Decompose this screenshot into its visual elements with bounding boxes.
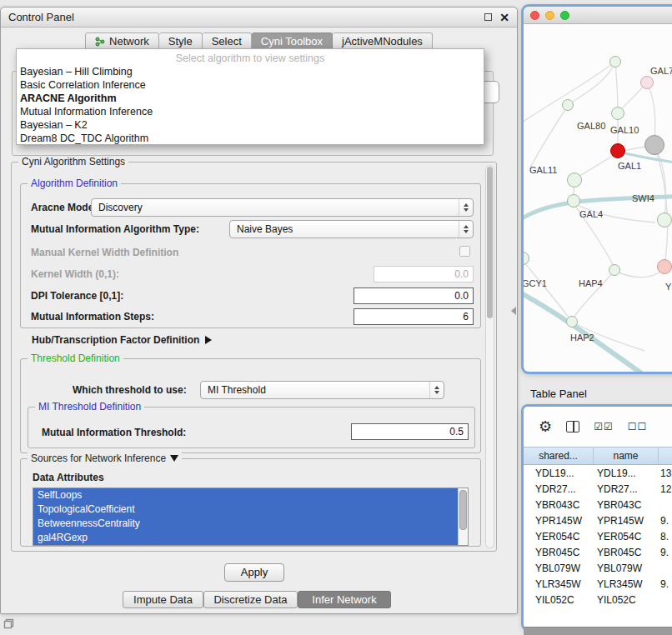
mi-steps-input[interactable] bbox=[354, 308, 474, 325]
control-panel-window: Control Panel ✕ Network Style bbox=[0, 7, 518, 614]
dpi-tolerance-input[interactable] bbox=[354, 288, 474, 304]
expand-right-icon[interactable] bbox=[205, 336, 212, 344]
node-label: GAL80 bbox=[577, 121, 605, 131]
settings-scrollbar-thumb[interactable] bbox=[487, 167, 493, 318]
network-node[interactable] bbox=[640, 76, 654, 89]
column-header-extra[interactable] bbox=[659, 448, 672, 464]
cell: YLR345W bbox=[594, 578, 659, 590]
control-panel-titlebar[interactable]: Control Panel ✕ bbox=[1, 8, 517, 28]
network-node[interactable] bbox=[611, 107, 624, 120]
gear-icon[interactable]: ⚙ bbox=[539, 419, 552, 434]
tab-discretize-data[interactable]: Discretize Data bbox=[203, 591, 298, 608]
cell: YDL19... bbox=[524, 468, 594, 479]
table-row[interactable]: YBR043C YBR043C bbox=[524, 497, 672, 512]
cell: YDR27... bbox=[524, 483, 594, 495]
table-row[interactable]: YLR345W YLR345W 9. bbox=[524, 576, 672, 592]
algorithm-option[interactable]: Mutual Information Inference bbox=[17, 105, 484, 118]
tab-cyni-toolbox[interactable]: Cyni Toolbox bbox=[252, 32, 333, 50]
network-node[interactable] bbox=[562, 99, 574, 111]
cell: YLR345W bbox=[524, 578, 594, 590]
algorithm-option[interactable]: Bayesian – K2 bbox=[17, 118, 484, 132]
which-threshold-select[interactable]: MI Threshold bbox=[200, 381, 444, 399]
node-label: GAL4 bbox=[579, 209, 603, 219]
network-node-gal10-highlighted[interactable] bbox=[610, 143, 625, 158]
apply-button[interactable]: Apply bbox=[224, 563, 284, 582]
restore-window-icon[interactable] bbox=[3, 618, 14, 629]
attributes-listbox[interactable]: SelfLoops TopologicalCoefficient Between… bbox=[33, 488, 469, 546]
table-row[interactable]: YBR045C YBR045C 9. bbox=[524, 544, 672, 560]
network-node[interactable] bbox=[657, 212, 672, 228]
table-row[interactable]: YBL079W YBL079W bbox=[524, 560, 672, 576]
zoom-traffic-light[interactable] bbox=[560, 11, 569, 20]
algorithm-option[interactable]: Dream8 DC_TDC Algorithm bbox=[17, 132, 484, 145]
mi-threshold-label: Mutual Information Threshold: bbox=[42, 427, 186, 438]
settings-scrollbar[interactable] bbox=[485, 165, 494, 548]
network-node[interactable] bbox=[609, 264, 620, 276]
collapse-down-icon[interactable] bbox=[170, 455, 178, 462]
cell: YPR145W bbox=[524, 515, 594, 527]
algorithm-option[interactable]: Basic Correlation Inference bbox=[17, 78, 484, 92]
list-scrollbar-thumb[interactable] bbox=[459, 490, 467, 530]
network-node[interactable] bbox=[644, 135, 664, 155]
close-icon[interactable]: ✕ bbox=[499, 12, 509, 23]
network-window-titlebar[interactable] bbox=[524, 7, 672, 24]
node-label: GAL10 bbox=[610, 125, 639, 135]
select-all-icon[interactable]: ☑☑ bbox=[594, 421, 614, 432]
column-header-name[interactable]: name bbox=[594, 448, 659, 464]
table-row[interactable]: YDR27... YDR27... 12 bbox=[524, 481, 672, 497]
tab-infer-network[interactable]: Infer Network bbox=[298, 591, 391, 608]
kernel-width-input[interactable] bbox=[374, 266, 474, 282]
cell: YIL052C bbox=[524, 594, 594, 606]
minimize-traffic-light[interactable] bbox=[545, 11, 554, 20]
cell: YIL052C bbox=[594, 594, 659, 606]
cell: YBL079W bbox=[594, 562, 659, 574]
aracne-mode-label: Aracne Mode: bbox=[31, 202, 97, 213]
aracne-mode-select[interactable]: Discovery bbox=[91, 198, 474, 217]
list-scrollbar[interactable] bbox=[458, 488, 468, 545]
network-node[interactable] bbox=[657, 259, 672, 274]
network-node[interactable] bbox=[609, 56, 621, 68]
tab-select[interactable]: Select bbox=[203, 32, 252, 50]
sources-group: Sources for Network Inference Data Attri… bbox=[20, 458, 481, 547]
attribute-item-selected[interactable]: BetweennessCentrality bbox=[33, 517, 458, 531]
deselect-all-icon[interactable]: ☐☐ bbox=[628, 421, 648, 432]
tab-jactivemnodules[interactable]: jActiveMNodules bbox=[333, 32, 433, 50]
tab-style[interactable]: Style bbox=[159, 32, 203, 50]
hub-definition-expander[interactable]: Hub/Transcription Factor Definition bbox=[32, 334, 212, 346]
column-header-shared[interactable]: shared... bbox=[524, 448, 594, 464]
cell: 13 bbox=[659, 468, 672, 479]
columns-icon[interactable] bbox=[566, 421, 579, 432]
threshold-definition-group: Threshold Definition Which threshold to … bbox=[20, 358, 481, 453]
mi-threshold-input[interactable] bbox=[351, 423, 469, 440]
sources-legend[interactable]: Sources for Network Inference bbox=[31, 452, 166, 464]
cell: 8. bbox=[659, 531, 672, 542]
cyni-algorithm-settings-group: Cyni Algorithm Settings Algorithm Defini… bbox=[11, 162, 497, 552]
table-row[interactable]: YER054C YER054C 8. bbox=[524, 528, 672, 544]
manual-kernel-checkbox[interactable] bbox=[459, 246, 470, 257]
network-node-gal4[interactable] bbox=[567, 194, 580, 208]
mi-type-label: Mutual Information Algorithm Type: bbox=[31, 223, 199, 235]
cell: YDL19... bbox=[594, 468, 659, 479]
table-row[interactable]: YPR145W YPR145W 9. bbox=[524, 512, 672, 528]
tab-impute-data[interactable]: Impute Data bbox=[123, 591, 203, 608]
attribute-item-selected[interactable]: SelfLoops bbox=[33, 488, 458, 502]
algorithm-option-selected[interactable]: ARACNE Algorithm bbox=[17, 92, 484, 105]
network-node-gal11[interactable] bbox=[567, 172, 582, 188]
attribute-item-selected[interactable]: gal4RGexp bbox=[33, 531, 458, 545]
table-row[interactable]: YDL19... YDL19... 13 bbox=[524, 465, 672, 481]
tab-network[interactable]: Network bbox=[85, 32, 159, 50]
float-window-icon[interactable] bbox=[484, 13, 492, 21]
close-traffic-light[interactable] bbox=[530, 11, 539, 20]
attribute-item-selected[interactable]: TopologicalCoefficient bbox=[33, 502, 458, 517]
splitter-collapse-icon[interactable] bbox=[511, 307, 516, 315]
combo-arrows-icon bbox=[429, 382, 444, 398]
window-title: Control Panel bbox=[8, 11, 74, 23]
hub-definition-label: Hub/Transcription Factor Definition bbox=[32, 334, 199, 346]
table-row[interactable]: YIL052C YIL052C bbox=[524, 592, 672, 608]
dropdown-placeholder: Select algorithm to view settings bbox=[17, 52, 484, 65]
network-node-hap2[interactable] bbox=[566, 316, 578, 328]
network-canvas[interactable]: GAL7 GAL80 GAL10 GAL11 GAL1 SWI4 GAL4 GC… bbox=[524, 24, 672, 372]
table-toolbar: ⚙ ☑☑ ☐☐ bbox=[524, 407, 672, 447]
mi-type-select[interactable]: Naive Bayes bbox=[229, 220, 474, 238]
algorithm-option[interactable]: Bayesian – Hill Climbing bbox=[17, 65, 484, 78]
